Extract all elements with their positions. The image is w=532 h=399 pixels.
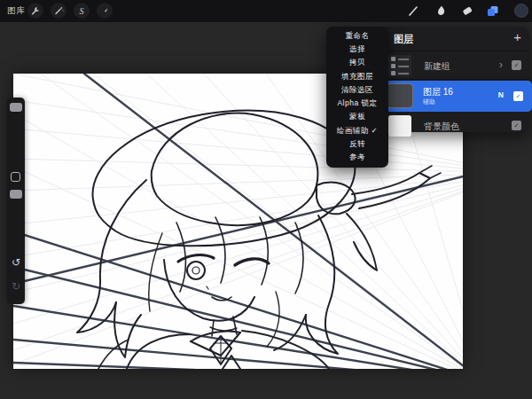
selected-layer-name: 图层 16	[423, 86, 453, 98]
menu-item-alpha-lock[interactable]: Alpha 锁定	[326, 97, 388, 110]
adjustments-button[interactable]	[51, 3, 66, 19]
eraser-icon	[461, 4, 473, 17]
layers-panel-button[interactable]	[485, 4, 499, 18]
background-layer-name: 背景颜色	[424, 121, 459, 133]
menu-item-drawing-assist[interactable]: 绘画辅助 ✓	[326, 124, 388, 137]
transform-button[interactable]	[97, 3, 113, 19]
gallery-button[interactable]: 图库	[7, 5, 26, 17]
menu-item-clear[interactable]: 清除选区	[326, 83, 388, 97]
menu-item-fill-layer[interactable]: 填充图层	[326, 70, 388, 83]
actions-wrench-button[interactable]	[27, 3, 43, 19]
layer-visibility-checkbox[interactable]: ✓	[512, 121, 521, 130]
group-thumbnail	[388, 55, 411, 76]
top-toolbar: 图库 S	[0, 0, 532, 22]
layer-visibility-checkbox[interactable]: ✓	[512, 60, 521, 70]
blend-mode-badge[interactable]: N	[498, 90, 504, 99]
menu-item-mask[interactable]: 蒙板	[326, 111, 388, 124]
menu-item-copy[interactable]: 拷贝	[326, 57, 388, 70]
magic-wand-icon	[53, 5, 64, 16]
menu-item-select[interactable]: 选择	[326, 43, 388, 56]
add-layer-button[interactable]: +	[513, 29, 521, 44]
active-color-swatch[interactable]	[514, 4, 528, 18]
layers-panel-header: 图层 +	[381, 27, 529, 51]
procreate-app: 图库 S	[0, 0, 532, 399]
layer-row-selected[interactable]: 图层 16 辅助 N ✓	[379, 81, 532, 112]
selection-button[interactable]: S	[74, 3, 90, 19]
layer-row-background[interactable]: 背景颜色 ✓	[381, 112, 529, 140]
smudge-finger-icon	[434, 4, 447, 17]
cursor-arrow-icon	[99, 5, 110, 16]
menu-item-rename[interactable]: 重命名	[326, 29, 388, 43]
layer-visibility-checkbox[interactable]: ✓	[513, 91, 523, 101]
row-divider	[381, 79, 529, 80]
layer-thumbnail	[387, 84, 412, 107]
undo-icon[interactable]: ↺	[7, 257, 25, 268]
layer-options-menu: 重命名 选择 拷贝 填充图层 清除选区 Alpha 锁定 蒙板 绘画辅助 ✓ 反…	[326, 27, 388, 168]
layer-group-name: 新建组	[424, 60, 450, 73]
layers-panel-title: 图层	[394, 33, 413, 46]
layer-row-group[interactable]: 新建组 › ✓	[381, 51, 529, 80]
layer-assisted-label: 辅助	[423, 98, 435, 106]
redo-icon[interactable]: ↻	[7, 281, 25, 292]
eraser-tool-button[interactable]	[460, 4, 474, 18]
layers-panel: 图层 + 新建组 › ✓ 背景颜色 ✓ 图层 16 辅助 N	[381, 27, 529, 132]
brush-size-slider[interactable]	[10, 103, 22, 112]
background-color-thumbnail	[388, 115, 411, 137]
layers-icon	[486, 4, 499, 18]
menu-item-invert[interactable]: 反转	[326, 137, 388, 151]
brush-tool-button[interactable]	[406, 4, 420, 18]
wrench-icon	[30, 5, 41, 16]
smudge-tool-button[interactable]	[434, 4, 448, 18]
menu-item-reference[interactable]: 参考	[326, 152, 388, 165]
brush-opacity-slider[interactable]	[10, 190, 22, 199]
chevron-right-icon[interactable]: ›	[499, 59, 503, 71]
paintbrush-icon	[407, 4, 419, 17]
modify-button[interactable]	[11, 172, 20, 182]
brush-sidebar: ↺ ↻	[7, 98, 25, 304]
selection-s-icon: S	[80, 6, 84, 16]
